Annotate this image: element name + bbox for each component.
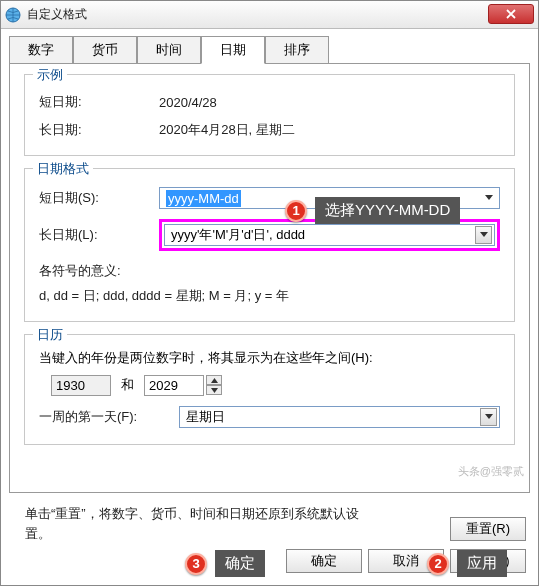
annotation-2: 2 应用 bbox=[427, 550, 507, 577]
formats-group: 日期格式 短日期(S): yyyy-MM-dd 长日期(L): yyyy'年'M… bbox=[24, 168, 515, 322]
annotation-badge-1: 1 bbox=[285, 200, 307, 222]
titlebar: 自定义格式 bbox=[1, 1, 538, 29]
year-to-field[interactable]: 2029 bbox=[144, 375, 204, 396]
close-button[interactable] bbox=[488, 4, 534, 24]
calendar-group: 日历 当键入的年份是两位数字时，将其显示为在这些年之间(H): 1930 和 2… bbox=[24, 334, 515, 445]
tab-number[interactable]: 数字 bbox=[9, 36, 73, 64]
chevron-down-icon bbox=[480, 408, 497, 426]
annotation-3: 3 确定 bbox=[185, 550, 265, 577]
annotation-tip-3: 确定 bbox=[215, 550, 265, 577]
first-day-label: 一周的第一天(F): bbox=[39, 408, 179, 426]
short-date-example-label: 短日期: bbox=[39, 93, 159, 111]
symbol-meaning-text: d, dd = 日; ddd, dddd = 星期; M = 月; y = 年 bbox=[39, 286, 500, 307]
window-title: 自定义格式 bbox=[27, 6, 87, 23]
year-to-down[interactable] bbox=[206, 385, 222, 395]
long-date-format-value: yyyy'年'M'月'd'日', dddd bbox=[171, 226, 305, 244]
tab-sort[interactable]: 排序 bbox=[265, 36, 329, 64]
short-date-format-label: 短日期(S): bbox=[39, 189, 159, 207]
tab-date[interactable]: 日期 bbox=[201, 36, 265, 64]
long-date-format-dropdown[interactable]: yyyy'年'M'月'd'日', dddd bbox=[164, 224, 495, 246]
annotation-badge-3: 3 bbox=[185, 553, 207, 575]
calendar-legend: 日历 bbox=[33, 326, 67, 344]
long-date-format-label: 长日期(L): bbox=[39, 226, 159, 244]
symbol-meaning-label: 各符号的意义: bbox=[39, 261, 500, 282]
ok-button[interactable]: 确定 bbox=[286, 549, 362, 573]
tab-bar: 数字 货币 时间 日期 排序 bbox=[1, 29, 538, 63]
first-day-dropdown[interactable]: 星期日 bbox=[179, 406, 500, 428]
year-to-up[interactable] bbox=[206, 375, 222, 385]
reset-button[interactable]: 重置(R) bbox=[450, 517, 526, 541]
two-digit-year-label: 当键入的年份是两位数字时，将其显示为在这些年之间(H): bbox=[39, 349, 500, 367]
annotation-badge-2: 2 bbox=[427, 553, 449, 575]
tab-currency[interactable]: 货币 bbox=[73, 36, 137, 64]
short-date-format-value: yyyy-MM-dd bbox=[166, 190, 241, 207]
example-legend: 示例 bbox=[33, 66, 67, 84]
watermark: 头条@强零贰 bbox=[458, 464, 524, 479]
and-label: 和 bbox=[121, 376, 134, 394]
formats-legend: 日期格式 bbox=[33, 160, 93, 178]
close-icon bbox=[506, 9, 516, 19]
globe-icon bbox=[5, 7, 21, 23]
first-day-value: 星期日 bbox=[186, 408, 225, 426]
short-date-example-value: 2020/4/28 bbox=[159, 95, 217, 110]
tab-time[interactable]: 时间 bbox=[137, 36, 201, 64]
long-date-example-value: 2020年4月28日, 星期二 bbox=[159, 121, 295, 139]
year-from-field: 1930 bbox=[51, 375, 111, 396]
window: 自定义格式 数字 货币 时间 日期 排序 示例 短日期: 2020/4/28 长… bbox=[0, 0, 539, 586]
tab-panel: 示例 短日期: 2020/4/28 长日期: 2020年4月28日, 星期二 日… bbox=[9, 63, 530, 493]
annotation-1: 1 选择YYYY-MM-DD bbox=[285, 197, 460, 224]
chevron-down-icon bbox=[480, 189, 497, 207]
reset-hint: 单击“重置”，将数字、货币、时间和日期还原到系统默认设置。 bbox=[9, 504, 389, 543]
annotation-tip-2: 应用 bbox=[457, 550, 507, 577]
chevron-down-icon bbox=[475, 226, 492, 244]
example-group: 示例 短日期: 2020/4/28 长日期: 2020年4月28日, 星期二 bbox=[24, 74, 515, 156]
long-date-example-label: 长日期: bbox=[39, 121, 159, 139]
annotation-tip-1: 选择YYYY-MM-DD bbox=[315, 197, 460, 224]
